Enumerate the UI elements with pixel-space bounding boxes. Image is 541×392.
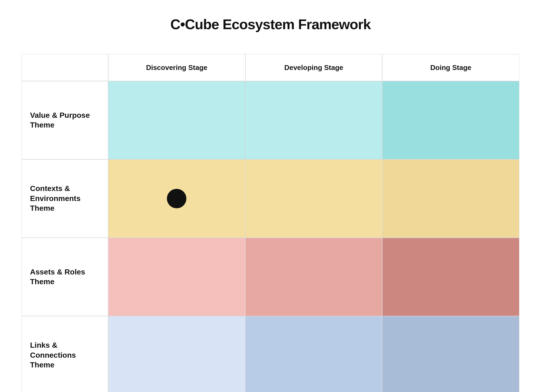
page-title: C•Cube Ecosystem Framework: [170, 16, 371, 32]
cell-value-purpose-doing: [382, 81, 519, 159]
row-header-links-connections: Links & Connections Theme: [22, 316, 108, 392]
cell-links-doing: [382, 316, 519, 392]
col-header-discovering: Discovering Stage: [108, 54, 245, 81]
cell-contexts-doing: [382, 159, 519, 238]
cell-assets-discovering: [108, 238, 245, 316]
row-header-contexts-environments: Contexts & Environments Theme: [22, 159, 108, 238]
row-header-assets-roles: Assets & Roles Theme: [22, 238, 108, 316]
cell-value-purpose-discovering: [108, 81, 245, 159]
cell-links-discovering: [108, 316, 245, 392]
header-empty: [22, 54, 108, 81]
col-header-developing: Developing Stage: [245, 54, 382, 81]
cell-contexts-developing: [245, 159, 382, 238]
cell-links-developing: [245, 316, 382, 392]
cell-assets-developing: [245, 238, 382, 316]
cell-value-purpose-developing: [245, 81, 382, 159]
cell-contexts-discovering: [108, 159, 245, 238]
cell-assets-doing: [382, 238, 519, 316]
row-header-value-purpose: Value & Purpose Theme: [22, 81, 108, 159]
dot-marker: [167, 189, 186, 208]
col-header-doing: Doing Stage: [382, 54, 519, 81]
framework-grid: Discovering Stage Developing Stage Doing…: [22, 54, 519, 392]
